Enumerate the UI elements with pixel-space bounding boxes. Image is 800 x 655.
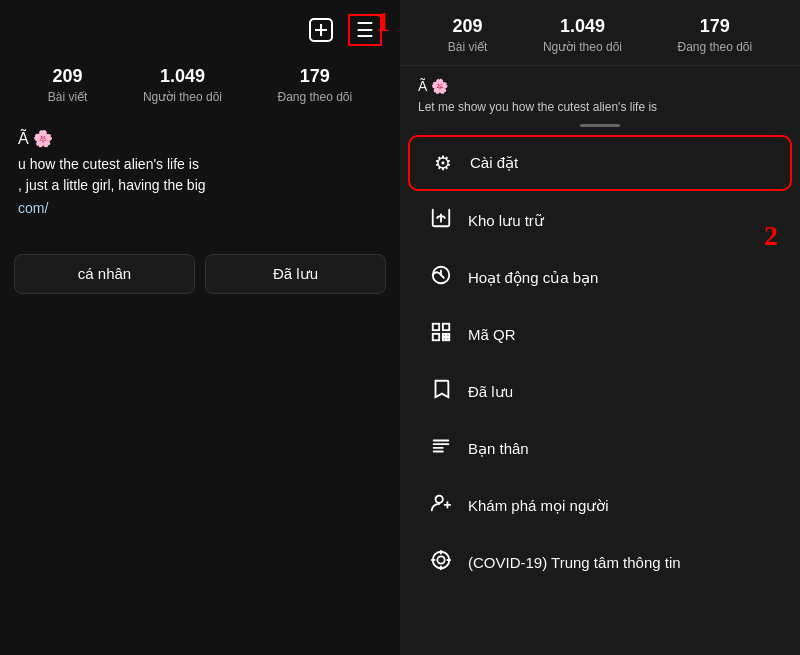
covid-icon bbox=[428, 549, 454, 576]
right-stat-following: 179 Đang theo dõi bbox=[677, 16, 752, 55]
svg-rect-8 bbox=[447, 334, 450, 337]
menu-item-activity[interactable]: Hoạt động của bạn bbox=[408, 250, 792, 305]
archive-icon bbox=[428, 207, 454, 234]
edit-profile-button[interactable]: cá nhân bbox=[14, 254, 195, 294]
saved-button[interactable]: Đã lưu bbox=[205, 254, 386, 294]
archive-label: Kho lưu trữ bbox=[468, 212, 544, 230]
posts-count: 209 bbox=[48, 66, 88, 87]
qr-icon bbox=[428, 321, 454, 348]
menu-item-covid[interactable]: (COVID-19) Trung tâm thông tin bbox=[408, 535, 792, 590]
annotation-1: 1 bbox=[376, 6, 390, 38]
menu-item-discover[interactable]: Khám phá mọi người bbox=[408, 478, 792, 533]
bio-link[interactable]: com/ bbox=[18, 200, 382, 216]
stat-followers: 1.049 Người theo dõi bbox=[143, 66, 222, 105]
annotation-2: 2 bbox=[764, 220, 778, 252]
stats-row: 209 Bài viết 1.049 Người theo dõi 179 Đa… bbox=[0, 56, 400, 119]
stat-posts: 209 Bài viết bbox=[48, 66, 88, 105]
right-bio-desc: Let me show you how the cutest alien's l… bbox=[400, 100, 800, 124]
svg-point-15 bbox=[436, 496, 443, 503]
right-stat-posts: 209 Bài viết bbox=[448, 16, 488, 55]
divider bbox=[580, 124, 620, 127]
following-count: 179 bbox=[277, 66, 352, 87]
close-friends-icon bbox=[428, 435, 454, 462]
activity-icon bbox=[428, 264, 454, 291]
following-label: Đang theo dõi bbox=[277, 90, 352, 104]
covid-label: (COVID-19) Trung tâm thông tin bbox=[468, 554, 681, 571]
right-bio-name: Ã 🌸 bbox=[418, 78, 448, 94]
svg-rect-5 bbox=[443, 324, 449, 330]
bio-username: Ã 🌸 bbox=[18, 129, 382, 148]
right-panel: 209 Bài viết 1.049 Người theo dõi 179 Đa… bbox=[400, 0, 800, 655]
activity-label: Hoạt động của bạn bbox=[468, 269, 598, 287]
svg-rect-9 bbox=[443, 338, 446, 341]
right-posts-count: 209 bbox=[448, 16, 488, 37]
right-followers-label: Người theo dõi bbox=[543, 40, 622, 54]
menu-item-close-friends[interactable]: Bạn thân bbox=[408, 421, 792, 476]
discover-icon bbox=[428, 492, 454, 519]
settings-label: Cài đặt bbox=[470, 154, 518, 172]
qr-label: Mã QR bbox=[468, 326, 516, 343]
menu-item-settings[interactable]: ⚙ Cài đặt bbox=[408, 135, 792, 191]
svg-rect-4 bbox=[433, 324, 439, 330]
discover-label: Khám phá mọi người bbox=[468, 497, 609, 515]
svg-point-19 bbox=[437, 556, 444, 563]
svg-rect-7 bbox=[443, 334, 446, 337]
menu-item-archive[interactable]: Kho lưu trữ bbox=[408, 193, 792, 248]
stat-following: 179 Đang theo dõi bbox=[277, 66, 352, 105]
bio-text-2: , just a little girl, having the big bbox=[18, 175, 382, 196]
saved-label: Đã lưu bbox=[468, 383, 513, 401]
bio-text-1: u how the cutest alien's life is bbox=[18, 154, 382, 175]
menu-list: ⚙ Cài đặt Kho lưu trữ Hoạt động bbox=[400, 135, 800, 590]
settings-icon: ⚙ bbox=[430, 151, 456, 175]
right-bio-row: Ã 🌸 bbox=[400, 66, 800, 100]
posts-label: Bài viết bbox=[48, 90, 88, 104]
right-following-count: 179 bbox=[677, 16, 752, 37]
right-followers-count: 1.049 bbox=[543, 16, 622, 37]
right-stat-followers: 1.049 Người theo dõi bbox=[543, 16, 622, 55]
menu-item-qr[interactable]: Mã QR bbox=[408, 307, 792, 362]
svg-rect-6 bbox=[433, 334, 439, 340]
right-posts-label: Bài viết bbox=[448, 40, 488, 54]
svg-rect-10 bbox=[447, 338, 450, 341]
bio-section: Ã 🌸 u how the cutest alien's life is , j… bbox=[0, 119, 400, 226]
profile-buttons: cá nhân Đã lưu bbox=[0, 236, 400, 312]
close-friends-label: Bạn thân bbox=[468, 440, 529, 458]
followers-count: 1.049 bbox=[143, 66, 222, 87]
menu-item-saved[interactable]: Đã lưu bbox=[408, 364, 792, 419]
right-following-label: Đang theo dõi bbox=[677, 40, 752, 54]
saved-icon bbox=[428, 378, 454, 405]
followers-label: Người theo dõi bbox=[143, 90, 222, 104]
add-post-button[interactable] bbox=[308, 17, 334, 43]
top-icons-bar: ☰ bbox=[0, 0, 400, 56]
left-panel: ☰ 1 209 Bài viết 1.049 Người theo dõi 17… bbox=[0, 0, 400, 655]
right-stats-row: 209 Bài viết 1.049 Người theo dõi 179 Đa… bbox=[400, 0, 800, 66]
